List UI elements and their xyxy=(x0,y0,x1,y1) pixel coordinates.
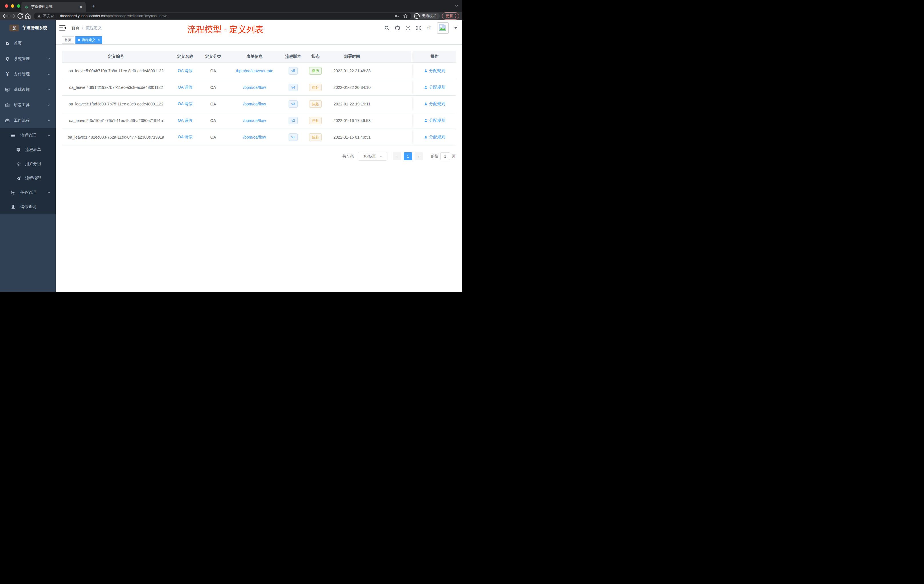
address-bar[interactable]: 不安全 | dashboard.yudao.iocoder.cn/bpm/man… xyxy=(34,13,411,20)
pager: ‹ 1 › xyxy=(393,152,423,160)
column-header-定义编号: 定义编号 xyxy=(62,51,170,62)
chevron-down-icon xyxy=(47,191,51,194)
assign-rule-link[interactable]: 分配规则 xyxy=(424,101,445,107)
sidebar-item-首页[interactable]: 首页 xyxy=(0,36,56,51)
url-separator: | xyxy=(56,14,58,18)
not-secure-warning-icon[interactable] xyxy=(37,14,41,18)
person-icon xyxy=(424,69,428,73)
monitor-icon xyxy=(5,87,10,92)
column-header-状态: 状态 xyxy=(303,51,328,62)
home-icon[interactable] xyxy=(24,12,31,20)
tags-view-bar: 首页流程定义× xyxy=(56,36,462,45)
fullscreen-icon[interactable] xyxy=(416,25,421,31)
sidebar-item-支付管理[interactable]: ¥ 支付管理 xyxy=(0,66,56,82)
sidebar-item-流程表单[interactable]: 流程表单 xyxy=(0,143,56,157)
tab-close-icon[interactable]: × xyxy=(98,38,100,42)
goto-page-input[interactable] xyxy=(440,152,450,160)
forward-icon[interactable] xyxy=(9,12,16,20)
cell-filler xyxy=(376,129,411,145)
cell-deploy-time: 2022-01-22 21:48:38 xyxy=(328,63,376,79)
form-info-link[interactable]: /bpm/oa/flow xyxy=(243,102,266,106)
sidebar-item-研发工具[interactable]: 研发工具 xyxy=(0,97,56,113)
table-row: oa_leave:2:3c1f0ef1-76b1-11ec-9c66-a2380… xyxy=(62,112,456,129)
window-zoom-button[interactable] xyxy=(17,4,20,8)
update-label[interactable]: 更新 xyxy=(446,13,453,18)
browser-menu-kebab-icon[interactable] xyxy=(455,14,456,18)
password-key-icon[interactable] xyxy=(394,14,399,18)
cell-deploy-time: 2022-01-16 01:40:51 xyxy=(328,129,376,145)
tags-view-tab-首页[interactable]: 首页 xyxy=(62,36,74,44)
cell-category: OA xyxy=(200,96,226,112)
security-label[interactable]: 不安全 xyxy=(43,14,54,18)
current-page-button[interactable]: 1 xyxy=(404,152,412,160)
cell-filler xyxy=(376,79,411,96)
person-icon xyxy=(424,135,428,139)
sidebar-item-用户分组[interactable]: 用户分组 xyxy=(0,157,56,171)
new-tab-button[interactable]: + xyxy=(91,3,97,10)
assign-rule-label: 分配规则 xyxy=(429,101,445,107)
sidebar-logo-row: 🐰 芋道管理系统 xyxy=(0,20,56,36)
tab-close-icon[interactable]: ✕ xyxy=(79,5,83,9)
status-badge: 挂起 xyxy=(309,117,322,124)
definition-name-link[interactable]: OA 请假 xyxy=(178,135,192,140)
sidebar-item-工作流程[interactable]: 工作流程 xyxy=(0,113,56,128)
help-icon[interactable]: ? xyxy=(406,25,411,31)
breadcrumb-home[interactable]: 首页 xyxy=(71,25,79,31)
assign-rule-link[interactable]: 分配规则 xyxy=(424,135,445,140)
page-title-annotation: 流程模型 - 定义列表 xyxy=(187,24,264,35)
browser-update-button[interactable]: 更新 xyxy=(442,12,459,20)
user-menu-caret-icon[interactable] xyxy=(454,27,457,29)
next-page-button[interactable]: › xyxy=(414,152,423,160)
form-info-link[interactable]: /bpm/oa/flow xyxy=(243,135,266,139)
status-badge: 挂起 xyxy=(309,100,322,108)
font-size-icon[interactable]: TT xyxy=(427,25,432,31)
tab-search-chevron-icon[interactable] xyxy=(455,4,459,8)
window-minimize-button[interactable] xyxy=(11,4,14,8)
sidebar-item-基础设施[interactable]: 基础设施 xyxy=(0,82,56,97)
form-info-link[interactable]: /bpm/oa/leave/create xyxy=(236,69,274,73)
sidebar: 🐰 芋道管理系统 首页 系统管理 ¥ 支付管理 基础设施 研发工具 工作流程 流… xyxy=(0,20,56,292)
page-size-value: 10条/页 xyxy=(363,154,376,159)
chevron-up-icon xyxy=(47,134,51,137)
sidebar-collapse-icon[interactable] xyxy=(59,25,66,31)
sidebar-menu: 首页 系统管理 ¥ 支付管理 基础设施 研发工具 工作流程 流程管理 流程表单 … xyxy=(0,36,56,214)
search-icon[interactable] xyxy=(384,25,389,31)
toolbox-icon xyxy=(5,103,10,107)
page-size-select[interactable]: 10条/页 xyxy=(358,152,388,160)
sidebar-item-系统管理[interactable]: 系统管理 xyxy=(0,51,56,66)
tags-view-tab-流程定义[interactable]: 流程定义× xyxy=(76,36,102,44)
window-close-button[interactable] xyxy=(5,4,8,8)
reload-icon[interactable] xyxy=(16,12,24,20)
sidebar-item-流程管理[interactable]: 流程管理 xyxy=(0,128,56,143)
definition-name-link[interactable]: OA 请假 xyxy=(178,118,192,123)
form-icon xyxy=(16,147,21,152)
form-info-link[interactable]: /bpm/oa/flow xyxy=(243,85,266,90)
prev-page-button[interactable]: ‹ xyxy=(393,152,401,160)
assign-rule-label: 分配规则 xyxy=(429,68,445,73)
github-icon[interactable] xyxy=(395,25,400,31)
definition-name-link[interactable]: OA 请假 xyxy=(178,101,192,107)
incognito-icon xyxy=(414,13,420,19)
sidebar-item-流程模型[interactable]: 流程模型 xyxy=(0,171,56,185)
assign-rule-link[interactable]: 分配规则 xyxy=(424,118,445,123)
assign-rule-label: 分配规则 xyxy=(429,135,445,140)
chevron-down-icon xyxy=(47,73,51,76)
form-info-link[interactable]: /bpm/oa/flow xyxy=(243,118,266,123)
back-icon[interactable] xyxy=(2,12,9,20)
cell-filler xyxy=(376,63,411,79)
table-gutter xyxy=(411,51,413,62)
assign-rule-link[interactable]: 分配规则 xyxy=(424,68,445,73)
definition-name-link[interactable]: OA 请假 xyxy=(178,68,192,73)
browser-tab[interactable]: 芋道管理系统 ✕ xyxy=(21,2,86,12)
navbar-actions: ? TT xyxy=(384,22,457,34)
app-logo-avatar: 🐰 xyxy=(10,25,19,31)
bookmark-star-icon[interactable] xyxy=(403,14,408,18)
person-icon xyxy=(424,102,428,106)
sidebar-item-任务管理[interactable]: 任务管理 xyxy=(0,185,56,200)
definition-name-link[interactable]: OA 请假 xyxy=(178,85,192,90)
version-badge: v1 xyxy=(289,134,298,141)
tab-label: 流程定义 xyxy=(82,38,96,43)
sidebar-item-请假查询[interactable]: 请假查询 xyxy=(0,200,56,214)
assign-rule-link[interactable]: 分配规则 xyxy=(424,85,445,90)
user-avatar-broken-image[interactable] xyxy=(437,22,449,34)
